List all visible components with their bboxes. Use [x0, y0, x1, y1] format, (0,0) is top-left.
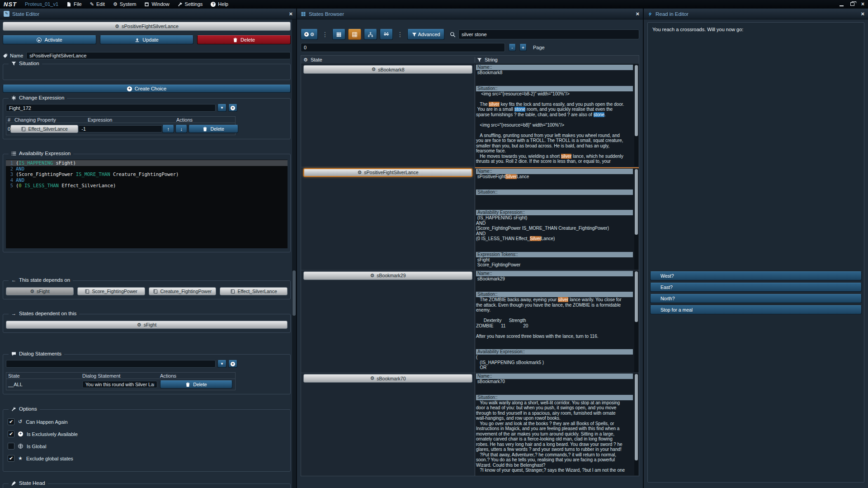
- dropdown-button[interactable]: ▼: [217, 104, 226, 112]
- dependency-label: Creature_FightingPower: [160, 289, 212, 294]
- book-icon: [21, 127, 26, 132]
- string-cell: Name:: sBookmark70Situation:: You walk w…: [475, 373, 639, 476]
- delete-dialog-button[interactable]: Delete: [160, 380, 232, 389]
- choice-button[interactable]: Stop for a meal: [650, 305, 862, 314]
- dependency-button[interactable]: Effect_SilverLance: [220, 287, 288, 295]
- find-button[interactable]: [380, 29, 393, 40]
- search-icon: [450, 32, 456, 38]
- string-cell-scrollbar[interactable]: [634, 169, 638, 270]
- advanced-filter-button[interactable]: Advanced: [407, 29, 444, 40]
- add-change-button[interactable]: +: [228, 104, 237, 112]
- dialog-state: __ALL: [6, 382, 82, 387]
- dialog-statements-title: Dialog Statements: [19, 351, 61, 356]
- left-panel-scrollbar[interactable]: [292, 19, 296, 488]
- choice-button[interactable]: North?: [650, 294, 862, 303]
- page-minus-button[interactable]: -: [509, 44, 516, 51]
- dependency-button[interactable]: ⚙sFight: [6, 321, 288, 329]
- state-cell: ⚙sBookmark29: [301, 270, 475, 373]
- scrollbar-thumb[interactable]: [635, 374, 638, 460]
- move-down-button[interactable]: ↓: [175, 125, 187, 133]
- choice-button[interactable]: East?: [650, 283, 862, 292]
- plus-circle-icon: +: [18, 431, 23, 436]
- checkbox-unchecked[interactable]: [8, 443, 14, 450]
- menu-item-help[interactable]: ?Help: [211, 1, 228, 7]
- trash-icon: [233, 38, 238, 43]
- page-label: Page: [533, 45, 545, 50]
- scrollbar-thumb[interactable]: [292, 270, 296, 316]
- option-row: ✔+Is Exclusively Available: [6, 430, 288, 438]
- page-input[interactable]: [301, 43, 505, 52]
- checkbox-checked[interactable]: ✔: [8, 431, 14, 437]
- menu-item-edit[interactable]: ✎Edit: [90, 1, 105, 7]
- menu-item-label: Window: [151, 1, 169, 7]
- view-grid-button[interactable]: [332, 29, 345, 40]
- trash-icon: [185, 382, 190, 387]
- dependency-button[interactable]: Creature_FightingPower: [149, 287, 217, 295]
- name-input[interactable]: [26, 52, 291, 59]
- add-dialog-button[interactable]: +: [228, 360, 237, 368]
- minimize-icon[interactable]: [840, 5, 844, 6]
- dependency-label: Effect_SilverLance: [237, 289, 277, 294]
- change-expression-section: Change Expression ▼ + # Changing Propert…: [3, 98, 291, 139]
- window-icon: [144, 2, 149, 7]
- scrollbar-thumb[interactable]: [635, 169, 638, 235]
- page-plus-button[interactable]: +: [519, 44, 527, 51]
- dialog-statement-input[interactable]: [82, 381, 157, 388]
- scrollbar-thumb[interactable]: [635, 271, 638, 322]
- plus-icon: +: [127, 86, 132, 91]
- menu-item-window[interactable]: Window: [144, 1, 169, 7]
- string-block-header: Availability Expression::: [476, 210, 633, 215]
- string-cell-scrollbar[interactable]: [634, 65, 638, 166]
- dropdown-button[interactable]: ▼: [217, 360, 226, 368]
- code-text: (IS_HAPPENING sFight): [16, 160, 76, 166]
- delete-row-button[interactable]: Delete: [189, 125, 238, 133]
- checkbox-checked[interactable]: ✔: [8, 455, 14, 462]
- dialog-selector-input[interactable]: [6, 360, 216, 368]
- view-tree-button[interactable]: [364, 29, 377, 40]
- delete-label: Delete: [210, 126, 224, 132]
- menu-item-file[interactable]: File: [66, 1, 82, 7]
- activate-button[interactable]: ▶ Activate: [3, 35, 96, 44]
- tag-icon: [3, 53, 8, 58]
- menu-item-settings[interactable]: Settings: [178, 1, 203, 7]
- state-item-button[interactable]: ⚙sPositiveFightSilverLance: [303, 168, 472, 177]
- string-block-text: sFight Score_FightingPower: [476, 257, 633, 268]
- update-button[interactable]: Update: [100, 35, 193, 44]
- delete-button[interactable]: Delete: [197, 35, 291, 44]
- string-cell-scrollbar[interactable]: [634, 374, 638, 475]
- states-table-row: ⚙sBookmark70Name:: sBookmark70Situation:…: [301, 373, 639, 476]
- move-up-button[interactable]: ↑: [162, 125, 174, 133]
- line-number: 1: [6, 160, 13, 166]
- state-item-button[interactable]: ⚙sBookmark29: [303, 271, 472, 280]
- current-state-label: sPositiveFightSilverLance: [122, 24, 179, 29]
- choice-button[interactable]: West?: [650, 271, 862, 280]
- scrollbar-thumb[interactable]: [635, 65, 638, 136]
- add-state-button[interactable]: + ⚙: [301, 29, 318, 40]
- string-cell-scrollbar[interactable]: [634, 271, 638, 373]
- close-panel-icon[interactable]: ×: [289, 11, 292, 17]
- close-panel-icon[interactable]: ×: [861, 11, 864, 17]
- arrow-up-icon: ↑: [167, 127, 170, 132]
- name-row: Name: [3, 52, 291, 59]
- create-choice-button[interactable]: + Create Choice: [3, 85, 291, 93]
- current-state-button[interactable]: ⚙ sPositiveFightSilverLance: [3, 22, 291, 31]
- search-input[interactable]: [458, 29, 639, 39]
- restore-icon[interactable]: [850, 2, 854, 6]
- change-expression-input[interactable]: [6, 104, 216, 112]
- pencil-icon: ✎: [4, 11, 9, 17]
- line-number: 3: [6, 171, 13, 177]
- dependency-button[interactable]: Score_FightingPower: [77, 287, 145, 295]
- changing-property-button[interactable]: Effect_SilverLance: [10, 125, 78, 133]
- expression-input[interactable]: [78, 125, 162, 133]
- close-panel-icon[interactable]: ×: [636, 11, 639, 17]
- checkbox-checked[interactable]: ✔: [8, 418, 14, 425]
- state-item-button[interactable]: ⚙sBookmark8: [303, 65, 472, 74]
- dependency-button[interactable]: ⚙sFight: [6, 287, 74, 295]
- close-window-icon[interactable]: ×: [861, 1, 864, 7]
- state-column-header: State: [311, 57, 322, 62]
- state-item-button[interactable]: ⚙sBookmark70: [303, 374, 472, 383]
- view-table-button[interactable]: [348, 29, 361, 40]
- availability-code-editor[interactable]: 1(IS_HAPPENING sFight)2AND3(Score_Fighti…: [6, 160, 288, 248]
- project-name: Proteus_01_v1: [25, 1, 58, 7]
- menu-item-system[interactable]: ⚙System: [113, 1, 137, 7]
